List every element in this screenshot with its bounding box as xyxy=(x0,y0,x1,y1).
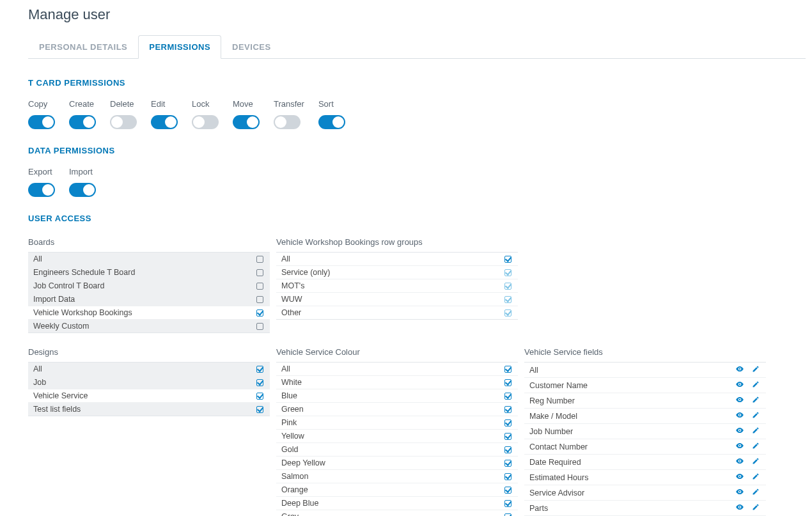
list-item[interactable]: Vehicle Workshop Bookings xyxy=(28,306,270,319)
list-item[interactable]: Parts xyxy=(524,500,766,515)
list-item[interactable]: MOT's xyxy=(276,279,518,292)
eye-icon[interactable] xyxy=(735,472,744,483)
pencil-icon[interactable] xyxy=(752,411,760,421)
eye-icon[interactable] xyxy=(735,503,744,513)
list-item[interactable]: Weekly Custom xyxy=(28,319,270,333)
tcard-toggle-copy[interactable] xyxy=(28,115,55,129)
checkbox-icon[interactable] xyxy=(504,296,511,303)
checkbox-icon[interactable] xyxy=(256,366,263,373)
list-item[interactable]: Date Required xyxy=(524,454,766,469)
list-item[interactable]: White xyxy=(276,375,518,389)
list-item[interactable]: Salmon xyxy=(276,469,518,483)
pencil-icon[interactable] xyxy=(752,380,760,390)
list-item[interactable]: Customer Name xyxy=(524,377,766,393)
list-item[interactable]: WUW xyxy=(276,292,518,306)
checkbox-icon[interactable] xyxy=(504,513,511,517)
checkbox-icon[interactable] xyxy=(504,269,511,276)
checkbox-icon[interactable] xyxy=(504,433,511,440)
tcard-toggle-create[interactable] xyxy=(69,115,96,129)
dataperm-toggle-export[interactable] xyxy=(28,183,55,197)
checkbox-icon[interactable] xyxy=(504,406,511,413)
tab-personal-details[interactable]: PERSONAL DETAILS xyxy=(28,35,138,59)
pencil-icon[interactable] xyxy=(752,365,760,375)
tab-permissions[interactable]: PERMISSIONS xyxy=(138,35,221,59)
list-item[interactable]: All xyxy=(524,362,766,377)
list-item[interactable]: Blue xyxy=(276,389,518,402)
checkbox-icon[interactable] xyxy=(256,379,263,386)
list-item[interactable]: Service (only) xyxy=(276,265,518,279)
eye-icon[interactable] xyxy=(735,426,744,437)
list-item[interactable]: Service Advisor xyxy=(524,485,766,500)
checkbox-icon[interactable] xyxy=(256,283,263,290)
list-item[interactable]: Job Control T Board xyxy=(28,279,270,292)
tcard-toggle-transfer[interactable] xyxy=(274,115,301,129)
list-item[interactable]: Yellow xyxy=(276,429,518,442)
dataperm-toggle-import[interactable] xyxy=(69,183,96,197)
checkbox-icon[interactable] xyxy=(504,393,511,400)
list-item[interactable]: Estimated Hours xyxy=(524,469,766,485)
list-item[interactable]: All xyxy=(28,362,270,375)
list-item[interactable]: All xyxy=(276,362,518,375)
checkbox-icon[interactable] xyxy=(256,406,263,413)
list-item[interactable]: Engineers Schedule T Board xyxy=(28,265,270,279)
checkbox-icon[interactable] xyxy=(256,296,263,303)
list-item[interactable]: Deep Yellow xyxy=(276,456,518,469)
checkbox-icon[interactable] xyxy=(256,269,263,276)
pencil-icon[interactable] xyxy=(752,457,760,467)
list-item[interactable]: Contact Number xyxy=(524,439,766,454)
eye-icon[interactable] xyxy=(735,410,744,421)
list-item[interactable]: Pink xyxy=(276,416,518,429)
data-toggles: ExportImport xyxy=(28,167,806,197)
tcard-toggle-edit[interactable] xyxy=(151,115,178,129)
list-item[interactable]: Job xyxy=(28,375,270,389)
checkbox-icon[interactable] xyxy=(504,446,511,453)
checkbox-icon[interactable] xyxy=(504,309,511,317)
eye-icon[interactable] xyxy=(735,457,744,467)
tcard-toggle-move[interactable] xyxy=(233,115,260,129)
list-item[interactable]: Import Data xyxy=(28,292,270,306)
list-item[interactable]: Other xyxy=(276,306,518,320)
pencil-icon[interactable] xyxy=(752,426,760,436)
checkbox-icon[interactable] xyxy=(504,283,511,290)
list-item[interactable]: All xyxy=(276,252,518,265)
pencil-icon[interactable] xyxy=(752,442,760,451)
list-item-label: All xyxy=(281,254,290,263)
pencil-icon[interactable] xyxy=(752,396,760,405)
eye-icon[interactable] xyxy=(735,380,744,391)
tcard-toggle-delete[interactable] xyxy=(110,115,137,129)
tcard-toggle-sort[interactable] xyxy=(318,115,345,129)
checkbox-icon[interactable] xyxy=(504,379,511,386)
eye-icon[interactable] xyxy=(735,441,744,452)
list-item[interactable]: Gold xyxy=(276,442,518,456)
checkbox-icon[interactable] xyxy=(256,393,263,400)
checkbox-icon[interactable] xyxy=(504,366,511,373)
checkbox-icon[interactable] xyxy=(504,473,511,480)
list-item[interactable]: Job Number xyxy=(524,423,766,439)
eye-icon[interactable] xyxy=(735,487,744,498)
checkbox-icon[interactable] xyxy=(504,500,511,507)
checkbox-icon[interactable] xyxy=(256,309,263,317)
pencil-icon[interactable] xyxy=(752,503,760,513)
list-item-label: Make / Model xyxy=(529,412,577,421)
list-item[interactable]: Reg Number xyxy=(524,393,766,408)
list-item[interactable]: Make / Model xyxy=(524,408,766,423)
checkbox-icon[interactable] xyxy=(256,256,263,263)
list-item[interactable]: Green xyxy=(276,402,518,416)
eye-icon[interactable] xyxy=(735,395,744,406)
pencil-icon[interactable] xyxy=(752,473,760,482)
list-item[interactable]: Orange xyxy=(276,483,518,496)
tcard-toggle-lock[interactable] xyxy=(192,115,219,129)
list-item[interactable]: All xyxy=(28,252,270,265)
pencil-icon[interactable] xyxy=(752,488,760,497)
list-item[interactable]: Deep Blue xyxy=(276,496,518,510)
checkbox-icon[interactable] xyxy=(504,487,511,494)
checkbox-icon[interactable] xyxy=(504,419,511,426)
list-item[interactable]: Vehicle Service xyxy=(28,389,270,402)
tab-devices[interactable]: DEVICES xyxy=(221,35,282,59)
checkbox-icon[interactable] xyxy=(504,256,511,263)
list-item[interactable]: Test list fields xyxy=(28,402,270,416)
checkbox-icon[interactable] xyxy=(504,460,511,467)
eye-icon[interactable] xyxy=(735,364,744,375)
checkbox-icon[interactable] xyxy=(256,323,263,330)
list-item[interactable]: Grey xyxy=(276,510,518,516)
